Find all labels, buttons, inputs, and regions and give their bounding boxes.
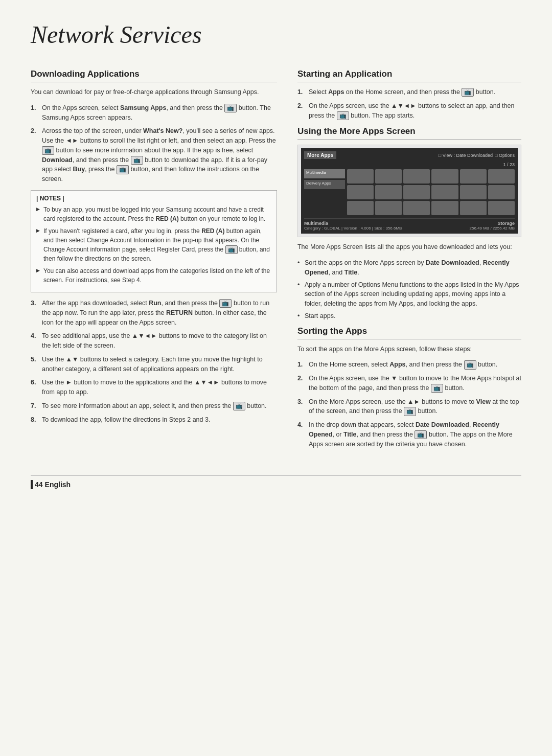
app-thumb-1 — [347, 169, 374, 184]
more-apps-section-title: Using the More Apps Screen — [297, 126, 521, 140]
footer-left-label: Multimedia — [304, 221, 402, 226]
downloading-intro: You can download for pay or free-of-char… — [31, 87, 277, 97]
notes-title: | NOTES | — [36, 195, 271, 202]
app-thumb-2 — [375, 169, 402, 184]
step-5: 5. Use the ▲▼ buttons to select a catego… — [31, 355, 277, 374]
starting-step-1-num: 1. — [297, 87, 306, 97]
btn-icon-sort2: 📺 — [431, 384, 443, 393]
notes-box: | NOTES | To buy an app, you must be log… — [31, 190, 277, 292]
step-2-text: Across the top of the screen, under What… — [42, 126, 277, 184]
page-title: Network Services — [31, 20, 521, 54]
starting-step-2-text: On the Apps screen, use the ▲▼◄► buttons… — [309, 101, 521, 121]
sorting-step-2: 2. On the Apps screen, use the ▼ button … — [297, 374, 521, 393]
step-2: 2. Across the top of the screen, under W… — [31, 126, 277, 184]
app-thumb-3 — [403, 169, 430, 184]
sorting-step-4-text: In the drop down that appears, select Da… — [309, 420, 521, 449]
app-thumb-15 — [403, 201, 430, 215]
app-thumb-16 — [431, 201, 458, 215]
sidebar-multimedia: Multimedia — [304, 169, 345, 178]
step-2-num: 2. — [31, 126, 39, 184]
sorting-step-4-num: 4. — [297, 420, 306, 449]
footer-right-detail: 256.49 MB / 2256.42 MB — [470, 226, 515, 231]
btn-icon-1: 📺 — [224, 104, 237, 112]
sidebar-delivery: Delivery Apps — [304, 180, 345, 189]
app-thumb-17 — [460, 201, 487, 215]
downloading-steps: 1. On the Apps screen, select Samsung Ap… — [31, 103, 277, 184]
sorting-step-3: 3. On the More Apps screen, use the ▲► b… — [297, 397, 521, 417]
footer-bar: 44 English — [31, 480, 521, 489]
step-6: 6. Use the ► button to move to the appli… — [31, 378, 277, 397]
step-8: 8. To download the app, follow the direc… — [31, 415, 277, 425]
step-7: 7. To see more information about an app,… — [31, 401, 277, 411]
footer-left-detail: Category : GLOBAL | Version : 4.006 | Si… — [304, 226, 402, 231]
btn-icon-sort4: 📺 — [415, 430, 427, 439]
sorting-steps: 1. On the Home screen, select Apps, and … — [297, 360, 521, 449]
step-5-num: 5. — [31, 355, 39, 374]
app-thumb-14 — [375, 201, 402, 215]
app-thumb-4 — [431, 169, 458, 184]
starting-steps: 1. Select Apps on the Home screen, and t… — [297, 87, 521, 120]
screenshot-footer: Multimedia Category : GLOBAL | Version :… — [304, 218, 515, 231]
footer-lang: English — [45, 480, 71, 489]
sorting-step-1-num: 1. — [297, 360, 306, 370]
app-thumb-9 — [403, 185, 430, 199]
step-7-text: To see more information about an app, se… — [42, 401, 267, 411]
screenshot-sidebar: Multimedia Delivery Apps — [304, 169, 345, 215]
app-thumb-18 — [488, 201, 515, 215]
sorting-step-1: 1. On the Home screen, select Apps, and … — [297, 360, 521, 370]
downloading-section-title: Downloading Applications — [31, 69, 277, 82]
more-apps-description: The More Apps Screen lists all the apps … — [297, 242, 521, 252]
sorting-step-3-num: 3. — [297, 397, 306, 417]
bullet-3: Start apps. — [297, 311, 521, 321]
starting-step-1-text: Select Apps on the Home screen, and then… — [309, 87, 495, 97]
step-3-num: 3. — [31, 299, 39, 327]
app-thumb-12 — [488, 185, 515, 199]
starting-section-title: Starting an Application — [297, 69, 521, 82]
app-thumb-6 — [488, 169, 515, 184]
right-column: Starting an Application 1. Select Apps o… — [297, 69, 521, 455]
screenshot-page: 1 / 23 — [304, 162, 515, 167]
screenshot-footer-left: Multimedia Category : GLOBAL | Version :… — [304, 221, 402, 231]
app-thumb-8 — [375, 185, 402, 199]
note-3: You can also access and download apps fr… — [36, 266, 271, 285]
btn-icon-4: 📺 — [117, 165, 129, 174]
step-5-text: Use the ▲▼ buttons to select a category.… — [42, 355, 277, 374]
app-thumb-7 — [347, 185, 374, 199]
screenshot-inner: More Apps □ View : Date Downloaded □ Opt… — [301, 148, 518, 234]
step-6-num: 6. — [31, 378, 39, 397]
btn-icon-3: 📺 — [131, 156, 143, 165]
sorting-step-1-text: On the Home screen, select Apps, and the… — [309, 360, 497, 370]
step-4-num: 4. — [31, 331, 39, 351]
screenshot-title: More Apps — [304, 151, 336, 159]
downloading-steps-cont: 3. After the app has downloaded, select … — [31, 299, 277, 424]
btn-icon-s2: 📺 — [337, 111, 349, 120]
more-apps-screenshot: More Apps □ View : Date Downloaded □ Opt… — [297, 145, 521, 237]
step-1: 1. On the Apps screen, select Samsung Ap… — [31, 103, 277, 123]
page-footer: 44 English — [31, 475, 521, 489]
sorting-step-4: 4. In the drop down that appears, select… — [297, 420, 521, 449]
step-7-num: 7. — [31, 401, 39, 411]
screenshot-footer-right: Storage 256.49 MB / 2256.42 MB — [470, 221, 515, 231]
step-8-text: To download the app, follow the directio… — [42, 415, 210, 425]
app-thumb-11 — [460, 185, 487, 199]
screenshot-view-control: □ View : Date Downloaded — [439, 153, 493, 158]
bullet-1: Sort the apps on the More Apps screen by… — [297, 258, 521, 278]
step-1-num: 1. — [31, 103, 39, 123]
app-thumb-10 — [431, 185, 458, 199]
bullet-2: Apply a number of Options Menu functions… — [297, 280, 521, 309]
more-apps-bullets: Sort the apps on the More Apps screen by… — [297, 258, 521, 321]
starting-step-2-num: 2. — [297, 101, 306, 121]
starting-step-2: 2. On the Apps screen, use the ▲▼◄► butt… — [297, 101, 521, 121]
btn-icon-6: 📺 — [233, 402, 245, 410]
screenshot-apps-grid — [347, 169, 515, 215]
step-3: 3. After the app has downloaded, select … — [31, 299, 277, 327]
notes-list: To buy an app, you must be logged into y… — [36, 205, 271, 285]
step-6-text: Use the ► button to move to the applicat… — [42, 378, 277, 397]
btn-icon-sort1: 📺 — [464, 360, 476, 369]
step-4-text: To see additional apps, use the ▲▼◄► but… — [42, 331, 277, 351]
footer-page-number: 44 — [35, 480, 43, 489]
note-1: To buy an app, you must be logged into y… — [36, 205, 271, 223]
step-3-text: After the app has downloaded, select Run… — [42, 299, 277, 327]
sorting-step-2-text: On the Apps screen, use the ▼ button to … — [309, 374, 521, 393]
step-8-num: 8. — [31, 415, 39, 425]
